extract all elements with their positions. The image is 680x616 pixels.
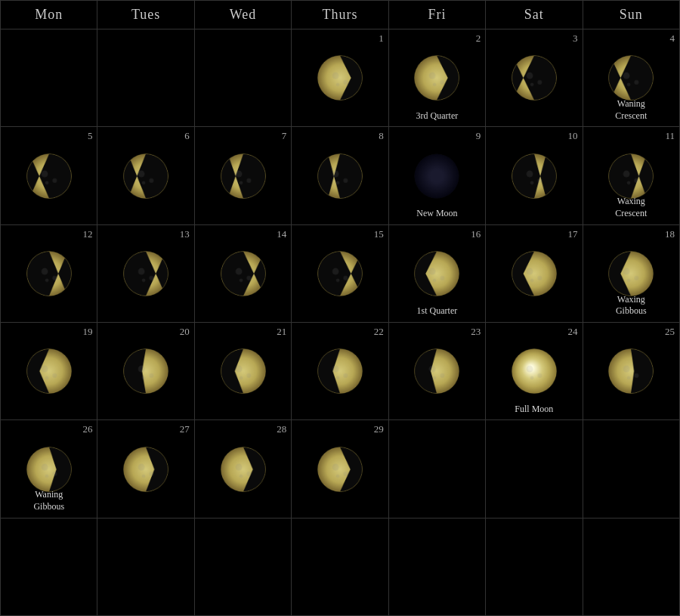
calendar-cell: 18WaxingGibbous xyxy=(583,225,680,323)
header-wed: Wed xyxy=(195,1,292,29)
day-number: 7 xyxy=(282,130,287,142)
day-number: 8 xyxy=(379,130,384,142)
moon-phase-image xyxy=(604,51,657,104)
moon-phase-image xyxy=(217,345,270,398)
day-number: 16 xyxy=(471,228,481,240)
calendar-cell xyxy=(292,518,388,616)
calendar-cell: 3 xyxy=(486,29,583,127)
calendar-cell: 10 xyxy=(486,127,583,224)
day-number: 6 xyxy=(184,130,190,142)
header-sun: Sun xyxy=(583,1,680,29)
day-number: 17 xyxy=(568,228,578,240)
calendar-cell: 4WaningCrescent xyxy=(583,29,680,127)
calendar-cell: 19 xyxy=(1,323,97,420)
calendar-cell: 13 xyxy=(97,225,194,323)
calendar-cell: 6 xyxy=(97,127,194,224)
phase-label: WaningCrescent xyxy=(583,98,679,122)
moon-phase-image xyxy=(410,150,463,203)
phase-label: Full Moon xyxy=(486,404,582,416)
calendar-cell: 8 xyxy=(292,127,388,224)
day-number: 21 xyxy=(277,326,286,338)
phase-label: New Moon xyxy=(389,208,485,220)
calendar-cell xyxy=(195,29,292,127)
header-mon: Mon xyxy=(1,1,97,29)
header-fri: Fri xyxy=(389,1,486,29)
phase-label: 3rd Quarter xyxy=(389,110,485,122)
header-thurs: Thurs xyxy=(292,1,388,29)
phase-label: 1st Quarter xyxy=(389,305,485,317)
calendar-cell: 26WaningGibbous xyxy=(1,420,97,518)
moon-phase-image xyxy=(217,443,270,496)
calendar-cell xyxy=(583,518,680,616)
moon-phase-image xyxy=(410,345,463,398)
moon-phase-image xyxy=(23,150,76,203)
moon-phase-image xyxy=(410,247,463,300)
day-number: 5 xyxy=(88,130,93,142)
calendar-cell: 15 xyxy=(292,225,388,323)
moon-phase-image xyxy=(314,51,366,104)
day-number: 1 xyxy=(379,33,384,45)
moon-phase-image xyxy=(23,345,76,398)
calendar-cell xyxy=(97,518,194,616)
calendar-cell xyxy=(1,518,97,616)
moon-phase-image xyxy=(314,443,366,496)
calendar-cell: 23 xyxy=(389,323,486,420)
day-number: 29 xyxy=(374,423,384,435)
moon-calendar: Mon Tues Wed Thurs Fri Sat Sun 123rd Qua… xyxy=(0,0,680,616)
day-number: 28 xyxy=(277,423,286,435)
day-number: 9 xyxy=(476,130,481,142)
calendar-cell: 25 xyxy=(583,323,680,420)
moon-phase-image xyxy=(217,247,270,300)
day-number: 14 xyxy=(277,228,286,240)
calendar-cell xyxy=(1,29,97,127)
day-number: 15 xyxy=(374,228,384,240)
calendar-cell: 22 xyxy=(292,323,388,420)
moon-phase-image xyxy=(314,150,366,203)
calendar-cell: 11WaxingCrescent xyxy=(583,127,680,224)
moon-phase-image xyxy=(314,247,366,300)
phase-label: WaxingGibbous xyxy=(583,294,679,317)
phase-label: WaningGibbous xyxy=(1,489,97,512)
day-number: 19 xyxy=(82,326,92,338)
day-number: 18 xyxy=(665,228,675,240)
moon-phase-image xyxy=(119,247,172,300)
day-number: 23 xyxy=(471,326,481,338)
moon-phase-image xyxy=(508,247,561,300)
calendar-cell: 5 xyxy=(1,127,97,224)
calendar-cell: 20 xyxy=(97,323,194,420)
calendar-cell: 27 xyxy=(97,420,194,518)
moon-phase-image xyxy=(410,51,463,104)
calendar-cell xyxy=(583,420,680,518)
day-number: 12 xyxy=(82,228,92,240)
phase-label: WaxingCrescent xyxy=(583,196,679,219)
day-number: 27 xyxy=(180,423,190,435)
calendar-cell xyxy=(389,420,486,518)
calendar-cell: 21 xyxy=(195,323,292,420)
calendar-cell: 9New Moon xyxy=(389,127,486,224)
calendar-cell xyxy=(486,420,583,518)
calendar-cell: 14 xyxy=(195,225,292,323)
moon-phase-image xyxy=(217,150,270,203)
calendar-cell xyxy=(97,29,194,127)
day-number: 11 xyxy=(665,130,675,142)
day-number: 26 xyxy=(82,423,92,435)
calendar-cell: 24Full Moon xyxy=(486,323,583,420)
header-sat: Sat xyxy=(486,1,583,29)
calendar-cell: 17 xyxy=(486,225,583,323)
calendar-cell: 7 xyxy=(195,127,292,224)
moon-phase-image xyxy=(23,443,76,496)
moon-phase-image xyxy=(119,150,172,203)
day-number: 4 xyxy=(670,33,675,45)
moon-phase-image xyxy=(508,51,561,104)
moon-phase-image xyxy=(604,150,657,203)
calendar-cell: 28 xyxy=(195,420,292,518)
calendar-cell xyxy=(486,518,583,616)
moon-phase-image xyxy=(604,345,657,398)
moon-phase-image xyxy=(23,247,76,300)
day-number: 25 xyxy=(665,326,675,338)
day-number: 10 xyxy=(568,130,578,142)
moon-phase-image xyxy=(314,345,366,398)
moon-phase-image xyxy=(508,345,561,398)
calendar-cell: 1 xyxy=(292,29,388,127)
calendar-cell: 12 xyxy=(1,225,97,323)
